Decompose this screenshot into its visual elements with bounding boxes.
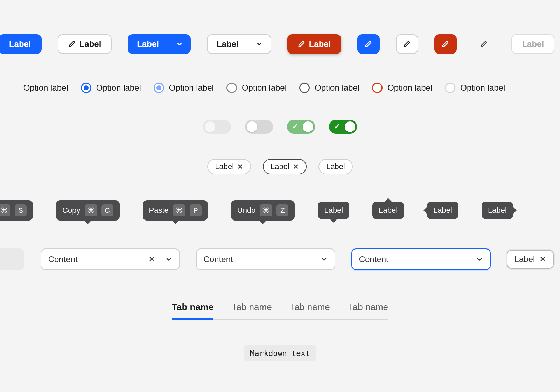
check-icon: ✓ bbox=[334, 122, 340, 131]
tooltip-label: Paste bbox=[149, 206, 169, 215]
tooltip-paste: Paste ⌘ P bbox=[143, 200, 208, 220]
button-label: Label bbox=[208, 35, 248, 53]
chevron-down-icon[interactable] bbox=[165, 256, 172, 263]
tab-active[interactable]: Tab name bbox=[172, 302, 214, 319]
radio-indicator bbox=[154, 83, 164, 93]
radio-label: Option label bbox=[169, 83, 214, 93]
radio-option-checked[interactable]: Option label bbox=[81, 83, 141, 93]
pencil-icon bbox=[68, 40, 76, 48]
toggles-row: ✓ ✓ bbox=[0, 120, 560, 134]
markdown-pill: Markdown text bbox=[244, 345, 316, 361]
radio-label: Option label bbox=[387, 83, 432, 93]
split-primary-button[interactable]: Label bbox=[128, 34, 191, 54]
radio-option[interactable]: Option label bbox=[23, 83, 68, 93]
close-icon[interactable]: ✕ bbox=[540, 255, 546, 264]
combobox-pill[interactable]: Label ✕ bbox=[507, 250, 554, 269]
combobox-value: Content bbox=[359, 254, 388, 264]
tab-label: Tab name bbox=[232, 302, 272, 312]
chip-focused[interactable]: Label ✕ bbox=[263, 159, 307, 174]
buttons-row: Label Label Label Label Label Label bbox=[0, 34, 556, 54]
toggle-knob bbox=[303, 121, 313, 132]
radio-label: Option label bbox=[315, 83, 359, 93]
radio-option-disabled: Option label bbox=[445, 83, 505, 93]
chip-plain[interactable]: Label bbox=[318, 159, 353, 174]
toggle-off[interactable] bbox=[245, 120, 273, 134]
radio-label: Option label bbox=[96, 83, 141, 93]
radio-option-unchecked[interactable]: Option label bbox=[299, 83, 359, 93]
tooltip-label: Undo bbox=[237, 206, 256, 215]
danger-button[interactable]: Label bbox=[287, 34, 342, 54]
tooltip-label: Label bbox=[433, 206, 452, 215]
close-icon[interactable]: ✕ bbox=[237, 162, 243, 171]
placeholder-block bbox=[0, 248, 24, 270]
chevron-down-icon[interactable] bbox=[476, 256, 483, 263]
radio-label: Option label bbox=[23, 83, 68, 93]
close-icon[interactable]: ✕ bbox=[149, 255, 155, 264]
combobox-focused[interactable]: Content bbox=[351, 248, 491, 270]
tooltip-undo: Undo ⌘ Z bbox=[231, 200, 295, 220]
dropdown-trigger[interactable] bbox=[248, 35, 271, 53]
chevron-down-icon[interactable] bbox=[321, 256, 328, 263]
combobox-clearable[interactable]: Content ✕ bbox=[41, 248, 180, 270]
combos-row: Content ✕ Content Content Label ✕ bbox=[0, 248, 556, 270]
shortcut-key: P bbox=[190, 204, 202, 216]
disabled-button: Label bbox=[511, 34, 554, 54]
combobox-value: Label bbox=[514, 254, 535, 264]
radio-indicator bbox=[226, 83, 237, 93]
outline-button[interactable]: Label bbox=[58, 34, 112, 54]
tooltip-save: Save ⌘ S bbox=[0, 200, 33, 220]
toggle-on[interactable]: ✓ bbox=[329, 120, 357, 134]
tooltip-label: Copy bbox=[62, 206, 80, 215]
chip[interactable]: Label ✕ bbox=[207, 159, 251, 174]
button-label: Label bbox=[309, 39, 331, 49]
tabs-row: Tab name Tab name Tab name Tab name bbox=[0, 302, 560, 320]
tab-label: Tab name bbox=[172, 302, 214, 312]
chevron-down-icon bbox=[176, 41, 183, 48]
chevron-down-icon bbox=[256, 41, 263, 48]
icon-button-ghost[interactable] bbox=[473, 34, 495, 54]
toggle-knob bbox=[345, 121, 355, 132]
pencil-icon bbox=[298, 40, 306, 48]
primary-button[interactable]: Label bbox=[0, 34, 42, 54]
combobox-value: Content bbox=[48, 254, 78, 264]
shortcut-key: Z bbox=[276, 204, 288, 216]
tab[interactable]: Tab name bbox=[290, 302, 330, 319]
split-outline-button[interactable]: Label bbox=[207, 34, 271, 54]
radio-option-checked-soft[interactable]: Option label bbox=[154, 83, 214, 93]
combobox[interactable]: Content bbox=[196, 248, 335, 270]
pencil-icon bbox=[403, 40, 411, 48]
radio-option-error[interactable]: Option label bbox=[372, 83, 432, 93]
radio-indicator bbox=[372, 83, 383, 93]
tooltip-plain-bottom: Label bbox=[318, 202, 349, 219]
tooltip-copy: Copy ⌘ C bbox=[56, 200, 119, 220]
tooltip-label: Label bbox=[488, 206, 507, 215]
button-label: Label bbox=[522, 39, 544, 49]
icon-button-danger[interactable] bbox=[434, 34, 457, 54]
chip-label: Label bbox=[271, 162, 289, 171]
pencil-icon bbox=[442, 40, 449, 48]
tooltip-plain-right: Label bbox=[482, 202, 513, 219]
shortcut-key: C bbox=[102, 204, 113, 216]
combobox-value: Content bbox=[204, 254, 233, 264]
pencil-icon bbox=[480, 40, 488, 48]
toggle-knob bbox=[247, 121, 257, 132]
icon-button-primary[interactable] bbox=[357, 34, 380, 54]
radio-row: Option label Option label Option label O… bbox=[0, 83, 560, 93]
tooltips-row: Save ⌘ S Copy ⌘ C Paste ⌘ P Undo ⌘ Z Lab… bbox=[0, 200, 550, 220]
icon-button-outline[interactable] bbox=[396, 34, 418, 54]
tab[interactable]: Tab name bbox=[348, 302, 388, 319]
markdown-row: Markdown text bbox=[0, 345, 560, 361]
toggle-on-soft[interactable]: ✓ bbox=[287, 120, 315, 134]
dropdown-trigger[interactable] bbox=[168, 34, 191, 54]
tab-label: Tab name bbox=[348, 302, 388, 312]
button-label: Label bbox=[79, 39, 102, 49]
radio-option-unchecked[interactable]: Option label bbox=[226, 83, 287, 93]
tab-label: Tab name bbox=[290, 302, 330, 312]
close-icon[interactable]: ✕ bbox=[293, 162, 299, 171]
cmd-key: ⌘ bbox=[85, 204, 97, 216]
chip-label: Label bbox=[326, 162, 345, 171]
tab[interactable]: Tab name bbox=[232, 302, 272, 319]
cmd-key: ⌘ bbox=[173, 204, 186, 216]
button-label: Label bbox=[9, 39, 31, 49]
tooltip-label: Label bbox=[379, 206, 398, 215]
